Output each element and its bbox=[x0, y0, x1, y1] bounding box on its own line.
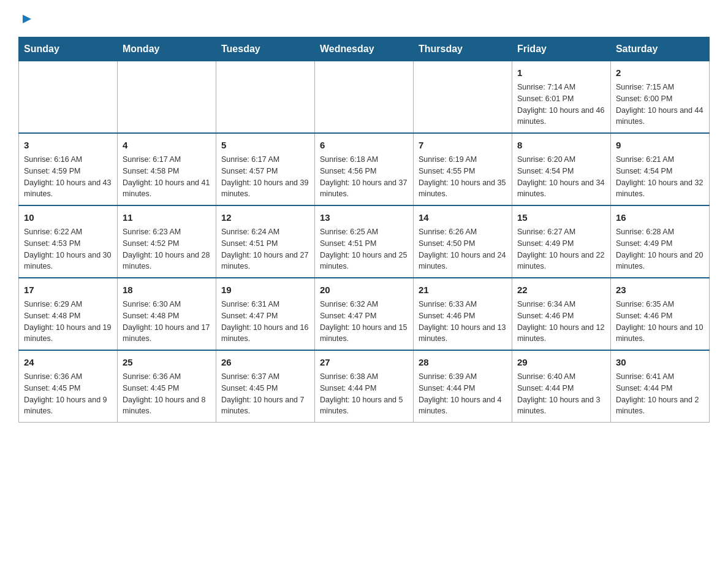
calendar-cell: 26Sunrise: 6:37 AMSunset: 4:45 PMDayligh… bbox=[216, 350, 314, 423]
day-info: Sunrise: 6:23 AMSunset: 4:52 PMDaylight:… bbox=[123, 226, 211, 272]
calendar-cell: 24Sunrise: 6:36 AMSunset: 4:45 PMDayligh… bbox=[19, 350, 118, 423]
calendar-header-thursday: Thursday bbox=[413, 37, 512, 61]
calendar-cell: 28Sunrise: 6:39 AMSunset: 4:44 PMDayligh… bbox=[413, 350, 512, 423]
day-info: Sunrise: 6:40 AMSunset: 4:44 PMDaylight:… bbox=[517, 371, 605, 417]
day-number: 22 bbox=[517, 283, 605, 296]
day-number: 19 bbox=[221, 283, 309, 296]
calendar-header-monday: Monday bbox=[117, 37, 216, 61]
day-info: Sunrise: 6:36 AMSunset: 4:45 PMDaylight:… bbox=[123, 371, 211, 417]
calendar-cell: 19Sunrise: 6:31 AMSunset: 4:47 PMDayligh… bbox=[216, 278, 314, 350]
day-number: 30 bbox=[616, 356, 704, 369]
day-number: 11 bbox=[123, 211, 211, 224]
day-info: Sunrise: 6:27 AMSunset: 4:49 PMDaylight:… bbox=[517, 226, 605, 272]
day-info: Sunrise: 6:26 AMSunset: 4:50 PMDaylight:… bbox=[419, 226, 507, 272]
day-number: 9 bbox=[616, 139, 704, 151]
calendar-cell: 5Sunrise: 6:17 AMSunset: 4:57 PMDaylight… bbox=[216, 133, 314, 205]
calendar-cell bbox=[117, 61, 216, 134]
day-info: Sunrise: 6:39 AMSunset: 4:44 PMDaylight:… bbox=[419, 371, 507, 417]
calendar-cell: 13Sunrise: 6:25 AMSunset: 4:51 PMDayligh… bbox=[314, 205, 413, 278]
day-info: Sunrise: 6:16 AMSunset: 4:59 PMDaylight:… bbox=[24, 154, 112, 200]
day-number: 12 bbox=[221, 211, 309, 224]
day-number: 10 bbox=[24, 211, 112, 224]
svg-marker-0 bbox=[23, 15, 31, 23]
calendar-cell: 14Sunrise: 6:26 AMSunset: 4:50 PMDayligh… bbox=[413, 205, 512, 278]
calendar-week-row: 24Sunrise: 6:36 AMSunset: 4:45 PMDayligh… bbox=[19, 350, 710, 423]
day-info: Sunrise: 6:41 AMSunset: 4:44 PMDaylight:… bbox=[616, 371, 704, 417]
calendar-cell bbox=[19, 61, 118, 134]
calendar-cell: 29Sunrise: 6:40 AMSunset: 4:44 PMDayligh… bbox=[512, 350, 610, 423]
calendar-cell: 6Sunrise: 6:18 AMSunset: 4:56 PMDaylight… bbox=[314, 133, 413, 205]
calendar-cell: 9Sunrise: 6:21 AMSunset: 4:54 PMDaylight… bbox=[610, 133, 709, 205]
calendar-cell bbox=[314, 61, 413, 134]
day-number: 5 bbox=[221, 139, 309, 151]
day-info: Sunrise: 6:36 AMSunset: 4:45 PMDaylight:… bbox=[24, 371, 112, 417]
day-info: Sunrise: 6:29 AMSunset: 4:48 PMDaylight:… bbox=[24, 299, 112, 345]
day-info: Sunrise: 6:34 AMSunset: 4:46 PMDaylight:… bbox=[517, 299, 605, 345]
calendar-header-friday: Friday bbox=[512, 37, 610, 61]
calendar-cell: 17Sunrise: 6:29 AMSunset: 4:48 PMDayligh… bbox=[19, 278, 118, 350]
day-info: Sunrise: 6:33 AMSunset: 4:46 PMDaylight:… bbox=[419, 299, 507, 345]
day-number: 23 bbox=[616, 283, 704, 296]
calendar-cell: 23Sunrise: 6:35 AMSunset: 4:46 PMDayligh… bbox=[610, 278, 709, 350]
calendar-cell: 30Sunrise: 6:41 AMSunset: 4:44 PMDayligh… bbox=[610, 350, 709, 423]
day-number: 13 bbox=[320, 211, 408, 224]
calendar-table: SundayMondayTuesdayWednesdayThursdayFrid… bbox=[18, 37, 710, 423]
calendar-cell: 12Sunrise: 6:24 AMSunset: 4:51 PMDayligh… bbox=[216, 205, 314, 278]
day-number: 29 bbox=[517, 356, 605, 369]
day-number: 25 bbox=[123, 356, 211, 369]
day-info: Sunrise: 6:35 AMSunset: 4:46 PMDaylight:… bbox=[616, 299, 704, 345]
calendar-cell: 2Sunrise: 7:15 AMSunset: 6:00 PMDaylight… bbox=[610, 61, 709, 134]
calendar-header-wednesday: Wednesday bbox=[314, 37, 413, 61]
day-info: Sunrise: 6:32 AMSunset: 4:47 PMDaylight:… bbox=[320, 299, 408, 345]
day-number: 7 bbox=[419, 139, 507, 151]
calendar-cell: 21Sunrise: 6:33 AMSunset: 4:46 PMDayligh… bbox=[413, 278, 512, 350]
calendar-cell: 25Sunrise: 6:36 AMSunset: 4:45 PMDayligh… bbox=[117, 350, 216, 423]
day-info: Sunrise: 6:28 AMSunset: 4:49 PMDaylight:… bbox=[616, 226, 704, 272]
logo-arrow-icon bbox=[20, 12, 34, 26]
day-info: Sunrise: 7:14 AMSunset: 6:01 PMDaylight:… bbox=[517, 82, 605, 128]
day-number: 3 bbox=[24, 139, 112, 151]
page-header bbox=[18, 12, 710, 26]
day-info: Sunrise: 6:17 AMSunset: 4:57 PMDaylight:… bbox=[221, 154, 309, 200]
calendar-cell: 16Sunrise: 6:28 AMSunset: 4:49 PMDayligh… bbox=[610, 205, 709, 278]
calendar-cell: 22Sunrise: 6:34 AMSunset: 4:46 PMDayligh… bbox=[512, 278, 610, 350]
day-number: 6 bbox=[320, 139, 408, 151]
calendar-header-row: SundayMondayTuesdayWednesdayThursdayFrid… bbox=[19, 37, 710, 61]
day-number: 21 bbox=[419, 283, 507, 296]
calendar-cell: 4Sunrise: 6:17 AMSunset: 4:58 PMDaylight… bbox=[117, 133, 216, 205]
day-info: Sunrise: 6:24 AMSunset: 4:51 PMDaylight:… bbox=[221, 226, 309, 272]
day-number: 1 bbox=[517, 66, 605, 79]
calendar-header-tuesday: Tuesday bbox=[216, 37, 314, 61]
calendar-header-saturday: Saturday bbox=[610, 37, 709, 61]
calendar-cell: 10Sunrise: 6:22 AMSunset: 4:53 PMDayligh… bbox=[19, 205, 118, 278]
day-info: Sunrise: 6:38 AMSunset: 4:44 PMDaylight:… bbox=[320, 371, 408, 417]
calendar-cell: 1Sunrise: 7:14 AMSunset: 6:01 PMDaylight… bbox=[512, 61, 610, 134]
day-number: 20 bbox=[320, 283, 408, 296]
day-number: 28 bbox=[419, 356, 507, 369]
day-number: 16 bbox=[616, 211, 704, 224]
day-number: 17 bbox=[24, 283, 112, 296]
day-info: Sunrise: 6:22 AMSunset: 4:53 PMDaylight:… bbox=[24, 226, 112, 272]
day-number: 2 bbox=[616, 66, 704, 79]
calendar-week-row: 10Sunrise: 6:22 AMSunset: 4:53 PMDayligh… bbox=[19, 205, 710, 278]
logo bbox=[18, 12, 34, 26]
day-info: Sunrise: 6:19 AMSunset: 4:55 PMDaylight:… bbox=[419, 154, 507, 200]
day-number: 4 bbox=[123, 139, 211, 151]
day-number: 14 bbox=[419, 211, 507, 224]
day-info: Sunrise: 6:17 AMSunset: 4:58 PMDaylight:… bbox=[123, 154, 211, 200]
calendar-cell: 15Sunrise: 6:27 AMSunset: 4:49 PMDayligh… bbox=[512, 205, 610, 278]
day-info: Sunrise: 6:21 AMSunset: 4:54 PMDaylight:… bbox=[616, 154, 704, 200]
day-number: 24 bbox=[24, 356, 112, 369]
day-info: Sunrise: 6:18 AMSunset: 4:56 PMDaylight:… bbox=[320, 154, 408, 200]
day-number: 15 bbox=[517, 211, 605, 224]
calendar-week-row: 17Sunrise: 6:29 AMSunset: 4:48 PMDayligh… bbox=[19, 278, 710, 350]
day-number: 18 bbox=[123, 283, 211, 296]
calendar-cell: 8Sunrise: 6:20 AMSunset: 4:54 PMDaylight… bbox=[512, 133, 610, 205]
calendar-cell: 3Sunrise: 6:16 AMSunset: 4:59 PMDaylight… bbox=[19, 133, 118, 205]
calendar-cell: 11Sunrise: 6:23 AMSunset: 4:52 PMDayligh… bbox=[117, 205, 216, 278]
calendar-week-row: 1Sunrise: 7:14 AMSunset: 6:01 PMDaylight… bbox=[19, 61, 710, 134]
day-number: 8 bbox=[517, 139, 605, 151]
day-number: 26 bbox=[221, 356, 309, 369]
day-info: Sunrise: 6:25 AMSunset: 4:51 PMDaylight:… bbox=[320, 226, 408, 272]
day-info: Sunrise: 7:15 AMSunset: 6:00 PMDaylight:… bbox=[616, 82, 704, 128]
